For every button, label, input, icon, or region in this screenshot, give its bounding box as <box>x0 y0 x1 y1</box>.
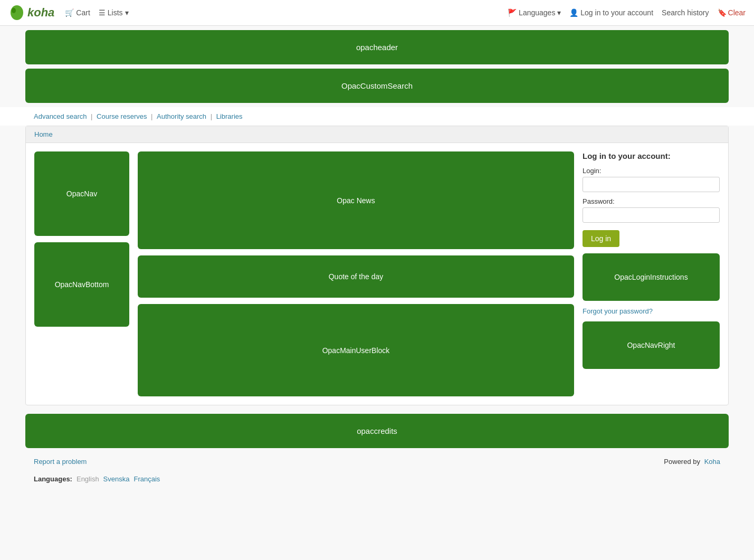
quoteofday-block: Quote of the day <box>138 255 574 298</box>
libraries-link[interactable]: Libraries <box>216 112 243 120</box>
authority-search-link[interactable]: Authority search <box>157 112 206 120</box>
password-label: Password: <box>583 197 720 205</box>
cart-button[interactable]: 🛒 Cart <box>65 8 90 17</box>
right-column: Log in to your account: Login: Password:… <box>583 151 720 396</box>
course-reserves-link[interactable]: Course reserves <box>97 112 147 120</box>
opac-login-instructions-block: OpacLoginInstructions <box>583 253 720 301</box>
koha-link[interactable]: Koha <box>704 458 720 466</box>
login-input[interactable] <box>583 177 720 192</box>
login-label: Login: <box>583 167 720 175</box>
logo-text: koha <box>27 6 54 20</box>
opaccustomsearch-block: OpacCustomSearch <box>25 69 729 103</box>
opacnavright-block: OpacNavRight <box>583 321 720 369</box>
opacnav-block: OpacNav <box>34 151 129 236</box>
login-link[interactable]: 👤 Log in to your account <box>569 8 653 17</box>
left-column: OpacNav OpacNavBottom <box>34 151 129 396</box>
lists-dropdown-icon: ▾ <box>125 8 129 17</box>
search-links-bar: Advanced search | Course reserves | Auth… <box>0 107 754 126</box>
breadcrumb: Home <box>26 126 728 143</box>
opacheader-block: opacheader <box>25 30 729 64</box>
password-field-group: Password: <box>583 197 720 223</box>
svg-point-1 <box>12 8 16 13</box>
logo[interactable]: koha <box>8 4 54 21</box>
home-breadcrumb[interactable]: Home <box>34 130 53 138</box>
opacnavbottom-block: OpacNavBottom <box>34 242 129 327</box>
language-svenska-link[interactable]: Svenska <box>103 475 130 483</box>
advanced-search-link[interactable]: Advanced search <box>34 112 87 120</box>
lists-icon: ☰ <box>99 8 106 17</box>
login-title: Log in to your account: <box>583 151 720 160</box>
separator-2: | <box>151 112 155 120</box>
clear-icon: 🔖 <box>718 8 727 17</box>
nav-right: 🚩 Languages ▾ 👤 Log in to your account S… <box>508 8 746 17</box>
content-layout: OpacNav OpacNavBottom Opac News Quote of… <box>26 143 728 405</box>
main-container: Home OpacNav OpacNavBottom Opac News Quo… <box>25 126 729 405</box>
separator-3: | <box>211 112 214 120</box>
clear-button[interactable]: 🔖 Clear <box>718 8 746 17</box>
report-problem-link[interactable]: Report a problem <box>34 458 87 466</box>
powered-by-text: Powered by Koha <box>664 458 720 466</box>
login-submit-button[interactable]: Log in <box>583 230 619 247</box>
opaccredits-block: opaccredits <box>25 414 729 448</box>
login-section: Log in to your account: Login: Password:… <box>583 151 720 247</box>
footer-links: Report a problem Powered by Koha <box>0 452 754 471</box>
forgot-password-link[interactable]: Forgot your password? <box>583 307 720 315</box>
password-input[interactable] <box>583 207 720 223</box>
login-field-group: Login: <box>583 167 720 192</box>
separator-1: | <box>91 112 94 120</box>
nav-left: 🛒 Cart ☰ Lists ▾ <box>65 8 128 17</box>
opacmainuserblock-block: OpacMainUserBlock <box>138 304 574 396</box>
languages-button[interactable]: 🚩 Languages ▾ <box>508 8 561 17</box>
flag-icon: 🚩 <box>508 8 517 17</box>
user-icon: 👤 <box>569 8 578 17</box>
lists-button[interactable]: ☰ Lists ▾ <box>99 8 129 17</box>
opacnews-block: Opac News <box>138 151 574 249</box>
middle-column: Opac News Quote of the day OpacMainUserB… <box>138 151 574 396</box>
languages-dropdown-icon: ▾ <box>557 8 561 17</box>
cart-icon: 🛒 <box>65 8 74 17</box>
languages-bar: Languages: English Svenska Français <box>0 471 754 491</box>
koha-logo-icon <box>8 4 25 21</box>
top-navigation: koha 🛒 Cart ☰ Lists ▾ 🚩 Languages ▾ 👤 Lo… <box>0 0 754 26</box>
language-english-current: English <box>77 475 99 483</box>
search-history-link[interactable]: Search history <box>662 8 709 17</box>
languages-label: Languages: <box>34 475 72 483</box>
language-francais-link[interactable]: Français <box>133 475 160 483</box>
